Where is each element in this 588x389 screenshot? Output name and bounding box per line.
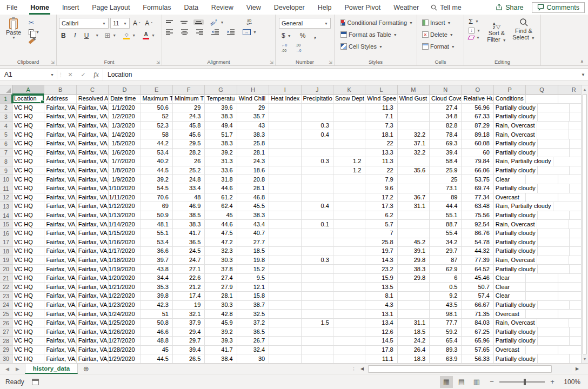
cell-M5[interactable]: 32.2: [398, 130, 430, 139]
cell-C4[interactable]: Fairfax, VA,: [77, 122, 109, 131]
cell-H9[interactable]: 18.6: [237, 166, 269, 176]
cell-I26[interactable]: [269, 319, 301, 328]
cell-H24[interactable]: 38.7: [237, 301, 269, 310]
cell-G29[interactable]: 41.7: [205, 346, 237, 355]
cell-H15[interactable]: 43.4: [237, 220, 269, 229]
cell-D21[interactable]: 1/20/2020: [109, 274, 141, 283]
cell-B13[interactable]: Fairfax, VA,: [44, 202, 76, 211]
cell-K9[interactable]: 1.2: [333, 166, 365, 176]
cell-J8[interactable]: 0.3: [302, 157, 333, 166]
cell-N1[interactable]: Cloud Cove: [430, 95, 462, 104]
row-header-25[interactable]: 25: [0, 310, 12, 319]
cell-G26[interactable]: 45.9: [205, 319, 237, 328]
column-header-E[interactable]: E: [141, 85, 173, 95]
cell-J5[interactable]: 0.4: [302, 130, 333, 139]
row-header-4[interactable]: 4: [0, 122, 12, 131]
cell-K8[interactable]: 1.2: [333, 157, 365, 166]
cell-M25[interactable]: [398, 310, 430, 319]
row-header-19[interactable]: 19: [0, 256, 12, 265]
cell-L27[interactable]: 12.6: [365, 327, 397, 337]
cell-M18[interactable]: 39.1: [398, 247, 430, 256]
top-align-button[interactable]: [164, 19, 175, 25]
cell-M23[interactable]: [398, 292, 430, 301]
cell-H3[interactable]: 35.7: [237, 112, 269, 122]
cell-P18[interactable]: Partially cloudy: [494, 247, 538, 256]
cell-F7[interactable]: 28.2: [173, 149, 205, 158]
cell-G3[interactable]: 38.3: [205, 112, 237, 122]
cell-F18[interactable]: 24.5: [173, 247, 205, 256]
zoom-slider[interactable]: [499, 381, 545, 383]
cell-G16[interactable]: 47.5: [205, 229, 237, 238]
cell-I30[interactable]: [269, 354, 301, 363]
cell-N8[interactable]: 58.4: [430, 157, 462, 166]
cell-D30[interactable]: 1/29/2020: [109, 354, 141, 363]
cell-J14[interactable]: [302, 211, 333, 220]
cell-K11[interactable]: [333, 184, 365, 193]
cell-H16[interactable]: 40.7: [237, 229, 269, 238]
cell-L16[interactable]: 7: [365, 229, 397, 238]
cell-K2[interactable]: [333, 104, 365, 113]
cell-Q7[interactable]: [538, 149, 570, 158]
cell-P6[interactable]: Partially cloudy: [494, 139, 538, 149]
cell-L11[interactable]: 9.6: [365, 184, 397, 193]
cell-A9[interactable]: VC HQ: [12, 166, 44, 176]
font-dialog-launcher[interactable]: ⇲: [156, 60, 160, 65]
column-header-K[interactable]: K: [333, 85, 365, 95]
cell-N17[interactable]: 34.2: [430, 238, 462, 247]
cell-G21[interactable]: 27.4: [205, 274, 237, 283]
cell-C11[interactable]: Fairfax, VA,: [77, 184, 109, 193]
cell-J23[interactable]: [302, 292, 333, 301]
cell-N7[interactable]: 39.4: [430, 149, 462, 158]
cell-J27[interactable]: [302, 327, 333, 337]
cell-L4[interactable]: 7.3: [365, 122, 397, 131]
cell-D20[interactable]: 1/19/2020: [109, 265, 141, 274]
cell-N9[interactable]: 25.9: [430, 166, 462, 176]
cell-I27[interactable]: [269, 327, 301, 337]
cell-B24[interactable]: Fairfax, VA,: [44, 301, 76, 310]
cell-N25[interactable]: 98.1: [430, 310, 462, 319]
row-header-6[interactable]: 6: [0, 139, 12, 149]
cell-M29[interactable]: 26.4: [398, 346, 430, 355]
cell-B1[interactable]: Address: [44, 95, 76, 104]
page-break-view-button[interactable]: ▥: [470, 376, 483, 388]
find-select-button[interactable]: Find & Select ▼: [511, 17, 536, 44]
cell-H6[interactable]: 25.8: [237, 139, 269, 149]
cell-C18[interactable]: Fairfax, VA,: [77, 247, 109, 256]
cell-B9[interactable]: Fairfax, VA,: [44, 166, 76, 176]
cell-M27[interactable]: 18.5: [398, 327, 430, 337]
cell-L29[interactable]: 17.8: [365, 346, 397, 355]
cell-C2[interactable]: Fairfax, VA,: [77, 104, 109, 113]
cell-J13[interactable]: 0.4: [302, 202, 333, 211]
cell-L24[interactable]: 4.3: [365, 301, 397, 310]
cell-Q12[interactable]: [526, 193, 558, 203]
cell-G22[interactable]: 27.9: [205, 283, 237, 292]
cell-A5[interactable]: VC HQ: [12, 130, 44, 139]
column-header-J[interactable]: J: [302, 85, 333, 95]
sheet-tab-history-data[interactable]: history_data: [25, 364, 78, 374]
cell-F14[interactable]: 38.5: [173, 211, 205, 220]
cell-Q9[interactable]: [538, 166, 570, 176]
cell-N18[interactable]: 29.7: [430, 247, 462, 256]
increase-decimal-button[interactable]: ←0.00: [280, 43, 289, 53]
row-header-9[interactable]: 9: [0, 166, 12, 176]
format-as-table-button[interactable]: Format as Table▼: [339, 29, 415, 41]
cell-I19[interactable]: [269, 256, 301, 265]
cell-C22[interactable]: Fairfax, VA,: [77, 283, 109, 292]
cell-E28[interactable]: 48.8: [141, 337, 173, 346]
cell-C23[interactable]: Fairfax, VA,: [77, 292, 109, 301]
cell-H14[interactable]: 38.3: [237, 211, 269, 220]
cell-H25[interactable]: 32.5: [237, 310, 269, 319]
cell-E1[interactable]: Maximum T: [141, 95, 173, 104]
cell-H11[interactable]: 28.1: [237, 184, 269, 193]
cell-L23[interactable]: 8.1: [365, 292, 397, 301]
cell-Q1[interactable]: [526, 95, 558, 104]
cell-G7[interactable]: 39.2: [205, 149, 237, 158]
cell-C29[interactable]: Fairfax, VA,: [77, 346, 109, 355]
row-header-11[interactable]: 11: [0, 184, 12, 193]
cell-M30[interactable]: 18.3: [398, 354, 430, 363]
cell-B23[interactable]: Fairfax, VA,: [44, 292, 76, 301]
cell-P11[interactable]: Partially cloudy: [494, 184, 538, 193]
cell-J21[interactable]: [302, 274, 333, 283]
cell-D16[interactable]: 1/15/2020: [109, 229, 141, 238]
cell-P21[interactable]: Clear: [494, 274, 526, 283]
